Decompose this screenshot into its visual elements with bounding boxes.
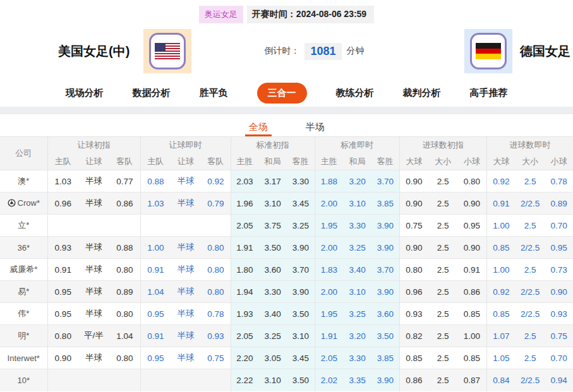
odds-cell-goals_live[interactable]: 0.85 bbox=[486, 303, 516, 325]
company-name[interactable]: 明* bbox=[0, 325, 47, 347]
company-name[interactable]: 澳* bbox=[0, 170, 47, 193]
odds-cell-goals_live[interactable]: 0.94 bbox=[545, 369, 573, 391]
odds-cell-std_live[interactable]: 1.91 bbox=[315, 325, 343, 347]
odds-cell-handicap_live[interactable]: 0.91 bbox=[140, 325, 171, 347]
odds-cell-handicap_live[interactable]: 1.04 bbox=[140, 281, 171, 303]
odds-cell-std_live[interactable]: 2.00 bbox=[315, 237, 343, 259]
nav-tab-1[interactable]: 现场分析 bbox=[66, 87, 104, 99]
odds-cell-std_live[interactable]: 3.85 bbox=[371, 347, 399, 369]
odds-cell-goals_live[interactable]: 2.5 bbox=[516, 170, 545, 193]
odds-cell-handicap_live[interactable]: 半球 bbox=[171, 193, 201, 215]
odds-cell-std_live[interactable]: 3.35 bbox=[343, 369, 371, 391]
company-name[interactable]: 威廉希* bbox=[0, 259, 47, 281]
sub-tab-2[interactable]: 半场 bbox=[302, 121, 329, 136]
odds-cell-goals_live[interactable]: 0.73 bbox=[545, 259, 573, 281]
odds-cell-handicap_live[interactable]: 0.75 bbox=[201, 347, 231, 369]
odds-cell-handicap_live[interactable]: 半球 bbox=[171, 170, 201, 193]
sub-tab-1[interactable]: 全场 bbox=[245, 121, 272, 136]
odds-cell-handicap_live[interactable]: 半球 bbox=[171, 259, 201, 281]
odds-cell-goals_live[interactable]: 2.5 bbox=[516, 325, 545, 347]
odds-cell-goals_live[interactable]: 2/2.5 bbox=[516, 237, 545, 259]
odds-cell-handicap_live[interactable]: 0.92 bbox=[201, 170, 231, 193]
odds-cell-std_live[interactable]: 3.90 bbox=[371, 215, 399, 237]
odds-cell-goals_live[interactable]: 0.91 bbox=[486, 193, 516, 215]
odds-cell-std_live[interactable]: 1.88 bbox=[315, 170, 343, 193]
odds-cell-std_live[interactable]: 2.00 bbox=[315, 193, 343, 215]
odds-cell-std_live[interactable]: 3.50 bbox=[371, 325, 399, 347]
odds-cell-goals_live[interactable]: 0.84 bbox=[486, 369, 516, 391]
nav-tab-4[interactable]: 三合一 bbox=[257, 83, 307, 104]
nav-tab-7[interactable]: 高手推荐 bbox=[470, 87, 508, 99]
odds-cell-std_live[interactable]: 3.25 bbox=[343, 303, 371, 325]
odds-cell-goals_live[interactable]: 0.78 bbox=[545, 170, 573, 193]
odds-cell-goals_live[interactable]: 0.90 bbox=[545, 281, 573, 303]
odds-cell-std_live[interactable]: 3.30 bbox=[343, 215, 371, 237]
odds-cell-goals_live[interactable]: 1.07 bbox=[486, 325, 516, 347]
odds-cell-std_live[interactable]: 3.85 bbox=[371, 193, 399, 215]
league-badge[interactable]: 奥运女足 bbox=[199, 6, 243, 23]
odds-cell-std_live[interactable]: 2.00 bbox=[315, 281, 343, 303]
odds-cell-std_live[interactable]: 1.95 bbox=[315, 215, 343, 237]
odds-cell-goals_live[interactable]: 0.92 bbox=[486, 281, 516, 303]
odds-cell-goals_live[interactable]: 2/2.5 bbox=[516, 281, 545, 303]
odds-cell-goals_live[interactable]: 2.5 bbox=[516, 347, 545, 369]
odds-cell-goals_live[interactable]: 1.05 bbox=[486, 347, 516, 369]
odds-cell-goals_live[interactable]: 0.95 bbox=[545, 237, 573, 259]
odds-cell-handicap_live[interactable]: 1.00 bbox=[140, 237, 171, 259]
odds-cell-std_live[interactable]: 3.90 bbox=[371, 369, 399, 391]
odds-cell-handicap_live[interactable]: 半球 bbox=[171, 281, 201, 303]
odds-cell-std_live[interactable]: 1.83 bbox=[315, 259, 343, 281]
odds-cell-handicap_live[interactable]: 半球 bbox=[171, 237, 201, 259]
company-name[interactable]: 易* bbox=[0, 281, 47, 303]
company-name[interactable]: 立* bbox=[0, 215, 47, 237]
odds-cell-handicap_live[interactable]: 0.95 bbox=[140, 347, 171, 369]
odds-cell-std_live[interactable]: 3.60 bbox=[371, 303, 399, 325]
odds-cell-goals_live[interactable]: 1.00 bbox=[486, 215, 516, 237]
nav-tab-5[interactable]: 教练分析 bbox=[336, 87, 374, 99]
odds-cell-goals_live[interactable]: 0.75 bbox=[545, 325, 573, 347]
odds-cell-std_live[interactable]: 3.30 bbox=[343, 347, 371, 369]
odds-cell-std_live[interactable]: 2.02 bbox=[315, 369, 343, 391]
odds-cell-goals_live[interactable]: 1.00 bbox=[486, 259, 516, 281]
odds-cell-goals_live[interactable]: 0.85 bbox=[486, 237, 516, 259]
odds-cell-handicap_live[interactable]: 0.80 bbox=[201, 259, 231, 281]
odds-cell-std_live[interactable]: 3.70 bbox=[371, 170, 399, 193]
odds-cell-goals_live[interactable]: 2.5 bbox=[516, 259, 545, 281]
company-name[interactable]: 伟* bbox=[0, 303, 47, 325]
odds-cell-std_live[interactable]: 3.90 bbox=[371, 281, 399, 303]
odds-cell-handicap_live[interactable]: 0.80 bbox=[201, 237, 231, 259]
odds-cell-goals_live[interactable]: 2.5 bbox=[516, 215, 545, 237]
odds-cell-goals_live[interactable]: 0.92 bbox=[486, 170, 516, 193]
nav-tab-3[interactable]: 胜平负 bbox=[200, 87, 228, 99]
odds-cell-std_live[interactable]: 3.10 bbox=[343, 193, 371, 215]
odds-cell-std_live[interactable]: 3.20 bbox=[343, 170, 371, 193]
odds-cell-handicap_live[interactable]: 半球 bbox=[171, 325, 201, 347]
odds-cell-std_live[interactable]: 2.05 bbox=[315, 347, 343, 369]
odds-cell-goals_live[interactable]: 0.93 bbox=[545, 303, 573, 325]
odds-cell-goals_live[interactable]: 0.89 bbox=[545, 193, 573, 215]
odds-cell-goals_live[interactable]: 0.70 bbox=[545, 347, 573, 369]
odds-cell-std_live[interactable]: 1.95 bbox=[315, 303, 343, 325]
odds-cell-std_live[interactable]: 3.40 bbox=[343, 259, 371, 281]
odds-cell-std_live[interactable]: 3.70 bbox=[371, 259, 399, 281]
odds-cell-handicap_live[interactable]: 0.78 bbox=[201, 303, 231, 325]
company-name[interactable]: Crow* bbox=[0, 193, 47, 215]
odds-cell-goals_live[interactable]: 0.70 bbox=[545, 215, 573, 237]
odds-cell-goals_live[interactable]: 2/2.5 bbox=[516, 303, 545, 325]
company-name[interactable]: Interwet* bbox=[0, 347, 47, 369]
company-name[interactable]: 36* bbox=[0, 237, 47, 259]
odds-cell-handicap_live[interactable]: 半球 bbox=[171, 303, 201, 325]
odds-cell-handicap_live[interactable]: 1.03 bbox=[140, 193, 171, 215]
odds-cell-std_live[interactable]: 3.20 bbox=[343, 325, 371, 347]
odds-cell-handicap_live[interactable]: 0.95 bbox=[140, 303, 171, 325]
odds-cell-handicap_live[interactable]: 0.91 bbox=[140, 259, 171, 281]
odds-cell-handicap_live[interactable]: 半球 bbox=[171, 347, 201, 369]
odds-cell-handicap_live[interactable]: 0.93 bbox=[201, 325, 231, 347]
nav-tab-6[interactable]: 裁判分析 bbox=[403, 87, 441, 99]
odds-cell-std_live[interactable]: 3.10 bbox=[343, 281, 371, 303]
odds-cell-handicap_live[interactable]: 0.88 bbox=[140, 170, 171, 193]
odds-cell-goals_live[interactable]: 2/2.5 bbox=[516, 369, 545, 391]
company-name[interactable]: 10* bbox=[0, 369, 47, 391]
odds-cell-goals_live[interactable]: 2/2.5 bbox=[516, 193, 545, 215]
nav-tab-2[interactable]: 数据分析 bbox=[133, 87, 171, 99]
